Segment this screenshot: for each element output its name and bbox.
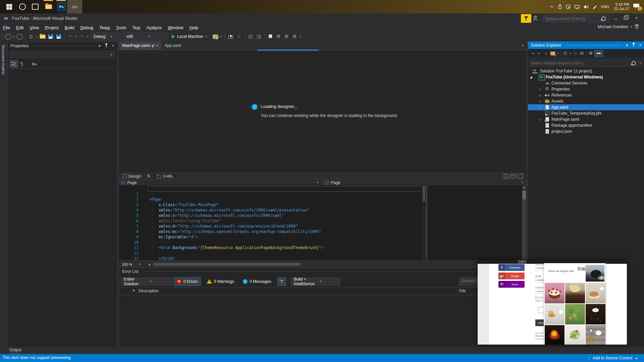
- zoom-level-combo[interactable]: 100 % ▼: [120, 261, 143, 267]
- forward-button[interactable]: ►: [536, 50, 542, 57]
- usb-icon[interactable]: [558, 4, 562, 9]
- cortana-button[interactable]: [17, 0, 28, 13]
- tree-item[interactable]: Solution 'FoxTube' (1 project): [528, 68, 644, 74]
- tree-item[interactable]: FoxTube (Universal Windows): [528, 74, 644, 80]
- tree-item[interactable]: Package.appxmanifest: [528, 122, 644, 128]
- menu-item[interactable]: Window: [165, 24, 186, 31]
- coffee-beans-cup-photo[interactable]: [586, 304, 605, 324]
- network-display-icon[interactable]: [575, 5, 580, 9]
- start-debugging-icon[interactable]: [172, 35, 175, 39]
- close-button[interactable]: ×: [632, 13, 641, 22]
- decrease-indent-button[interactable]: [247, 33, 254, 40]
- window-position-caret-icon[interactable]: ▼: [97, 44, 102, 48]
- menu-item[interactable]: Project: [42, 24, 61, 31]
- open-file-button[interactable]: [39, 33, 46, 40]
- tree-item[interactable]: Assets: [528, 98, 644, 104]
- strawberry-cake-photo[interactable]: [545, 283, 565, 303]
- severity-column-icon[interactable]: ◥: [132, 289, 135, 292]
- file-explorer-button[interactable]: [43, 0, 54, 13]
- minimize-button[interactable]: [611, 13, 620, 22]
- overlay-dropdown-button[interactable]: ▼: [518, 260, 527, 263]
- photoshop-button[interactable]: Ps: [56, 0, 67, 13]
- errors-filter-button[interactable]: ✕ 0 Errors: [174, 277, 201, 286]
- glowing-fire-bowl-photo[interactable]: [545, 325, 565, 345]
- close-icon[interactable]: ×: [638, 43, 643, 48]
- clear-bookmarks-button[interactable]: [291, 33, 298, 40]
- error-source-combo[interactable]: Build + IntelliSense▼: [291, 278, 340, 286]
- salad-plate-photo[interactable]: [565, 325, 585, 345]
- home-button[interactable]: ⌂: [543, 50, 549, 57]
- navigate-back-caret[interactable]: ▼: [12, 35, 15, 38]
- output-tab[interactable]: Output: [9, 348, 21, 352]
- tree-item[interactable]: MainPage.xaml: [528, 116, 644, 122]
- toolbar-overflow-caret[interactable]: ▼: [219, 35, 223, 38]
- feedback-button[interactable]: [521, 14, 531, 23]
- tab-list-caret[interactable]: ▼: [521, 44, 524, 47]
- tree-item[interactable]: Connected Services: [528, 80, 644, 86]
- menu-item[interactable]: Help: [186, 24, 202, 31]
- account-menu[interactable]: Michael Gordeev ▼: [598, 24, 639, 29]
- filter-caret[interactable]: ▼: [569, 52, 572, 55]
- task-view-button[interactable]: [30, 0, 41, 13]
- menu-item[interactable]: Team: [96, 24, 113, 31]
- menu-item[interactable]: File: [0, 24, 13, 31]
- coffee-cup-cookie-photo[interactable]: [586, 325, 605, 345]
- xaml-view-tab[interactable]: XAML: [153, 173, 177, 180]
- green-salad-photo[interactable]: [565, 304, 585, 324]
- defender-shield-icon[interactable]: [566, 4, 571, 9]
- collapse-all-button[interactable]: ⊟: [579, 50, 585, 57]
- tree-item[interactable]: App.xaml: [528, 104, 644, 110]
- pen-icon[interactable]: [593, 5, 597, 9]
- horizontal-scroll-left-arrow[interactable]: ◀: [148, 263, 150, 266]
- secondary-editor-pane[interactable]: [427, 185, 522, 260]
- sync-selection-button[interactable]: ⇆: [572, 50, 578, 57]
- newsletter-checkbox[interactable]: [535, 297, 538, 299]
- menu-item[interactable]: Build: [62, 24, 77, 31]
- add-to-source-control-button[interactable]: ↑ Add to Source Control ▲: [588, 355, 638, 360]
- pending-changes-filter-button[interactable]: ◷: [562, 50, 568, 57]
- redo-caret[interactable]: ▼: [86, 35, 89, 38]
- new-file-caret[interactable]: ▼: [35, 35, 39, 38]
- vertical-split-button[interactable]: [504, 174, 509, 178]
- file-column-header[interactable]: File: [459, 289, 466, 293]
- description-column-header[interactable]: Description: [139, 289, 159, 293]
- action-center-button[interactable]: 1: [633, 4, 641, 10]
- back-button[interactable]: ◄: [529, 50, 536, 57]
- find-in-files-button[interactable]: [212, 33, 219, 40]
- pin-tab-icon[interactable]: [153, 44, 154, 47]
- undo-button[interactable]: ↶: [67, 33, 74, 40]
- breadcrumb[interactable]: <> Page ▼: [119, 179, 322, 186]
- next-bookmark-button[interactable]: [283, 33, 290, 40]
- run-target-label[interactable]: Local Machine: [177, 34, 203, 39]
- categorized-view-button[interactable]: [10, 60, 18, 68]
- expander-icon[interactable]: [529, 75, 533, 79]
- pin-icon[interactable]: [631, 44, 636, 47]
- toggle-bookmark-button[interactable]: [267, 33, 274, 40]
- error-scope-combo[interactable]: Entire Solution▼: [121, 278, 172, 286]
- quick-launch-input[interactable]: [543, 16, 601, 21]
- sync-with-active-document-button[interactable]: [549, 50, 556, 57]
- window-position-caret-icon[interactable]: ▼: [624, 44, 630, 47]
- warnings-filter-button[interactable]: ! 0 Warnings: [204, 278, 237, 286]
- filter-button[interactable]: [277, 277, 286, 286]
- menu-item[interactable]: Test: [129, 24, 143, 31]
- legal-link[interactable]: IGN User: [535, 335, 544, 337]
- expander-icon[interactable]: [539, 94, 542, 97]
- split-editor-grip[interactable]: ✛: [522, 185, 526, 190]
- menu-item[interactable]: Analyze: [143, 24, 165, 31]
- clock[interactable]: 5:16 PM 22-Jul-17: [614, 2, 629, 11]
- expander-icon[interactable]: [539, 87, 542, 91]
- select-element-button[interactable]: [227, 33, 234, 40]
- speaker-icon[interactable]: [584, 5, 589, 9]
- configuration-combo[interactable]: Debug▼: [91, 33, 121, 41]
- pin-icon[interactable]: [104, 45, 109, 47]
- tree-item[interactable]: project.json: [528, 128, 644, 134]
- bookmark-overflow-caret[interactable]: ▼: [299, 35, 302, 38]
- scrollbar-thumb[interactable]: [423, 186, 425, 201]
- previous-bookmark-button[interactable]: [275, 33, 282, 40]
- design-view-tab[interactable]: Design: [119, 173, 144, 179]
- send-feedback-person-icon[interactable]: [533, 15, 539, 22]
- show-all-files-button[interactable]: [594, 50, 603, 57]
- social-login-button[interactable]: Y! Yahoo: [498, 281, 525, 288]
- properties-header[interactable]: Properties ▼ ×: [8, 42, 117, 50]
